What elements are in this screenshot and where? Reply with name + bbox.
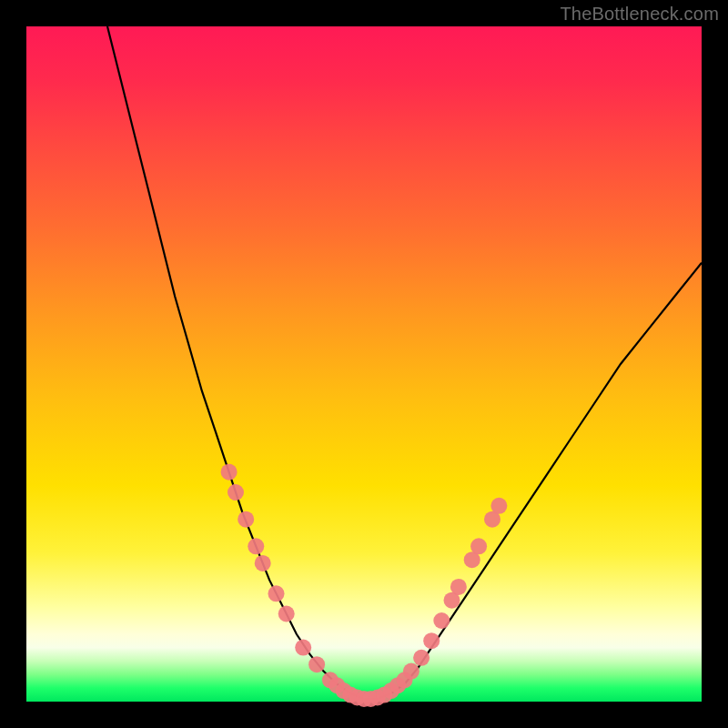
marker-point (295, 640, 311, 656)
marker-point (278, 606, 295, 622)
marker-point (228, 484, 244, 500)
marker-point (490, 498, 507, 514)
marker-point (221, 464, 238, 480)
bottleneck-curve (107, 26, 702, 699)
marker-point (238, 511, 254, 528)
marker-point (433, 612, 450, 629)
marker-point (308, 656, 325, 672)
marker-point (255, 555, 271, 571)
bottleneck-curve-svg (26, 26, 702, 702)
marker-point (423, 632, 440, 649)
marker-point (248, 538, 264, 554)
marker-point (413, 650, 430, 666)
marker-point (268, 585, 285, 602)
watermark-text: TheBottleneck.com (560, 4, 719, 25)
marker-point (403, 663, 420, 680)
plot-area (26, 26, 702, 702)
marker-point (470, 538, 487, 554)
marker-point (450, 579, 467, 595)
highlight-points (221, 464, 508, 707)
chart-frame: TheBottleneck.com (0, 0, 728, 728)
